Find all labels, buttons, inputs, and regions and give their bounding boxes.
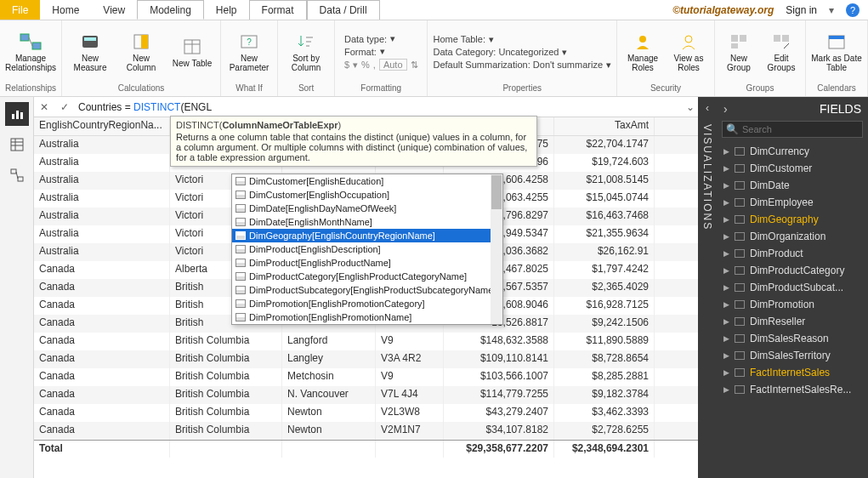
field-item[interactable]: ▶FactInternetSalesRe... [717,381,868,398]
group-security: Manage Roles View as Roles Security [617,20,715,96]
intellisense-item[interactable]: DimCustomer[EnglishEducation] [232,174,502,188]
cancel-formula-icon[interactable]: ✕ [37,101,51,113]
formula-input[interactable]: Countries = DISTINCT(ENGL [78,101,679,113]
expand-icon: ▶ [723,181,729,190]
field-item[interactable]: ▶FactInternetSales [717,364,868,381]
table-cell: $21,355.9634 [554,225,655,243]
intellisense-list[interactable]: DimCustomer[EnglishEducation]DimCustomer… [231,174,503,325]
field-item[interactable]: ▶DimEmployee [717,194,868,211]
sort-by-column-button[interactable]: Sort by Column [283,31,329,72]
sort-icon [294,31,318,52]
percent-button[interactable]: % [361,60,370,70]
formula-expand-icon[interactable]: ⌄ [686,101,695,113]
expand-icon: ▶ [723,300,729,309]
tab-data-drill[interactable]: Data / Drill [307,0,380,20]
group-groups: New Group Edit Groups Groups [715,20,806,96]
table-row[interactable]: CanadaBritish ColumbiaN. VancouverV7L 4J… [34,386,698,404]
new-column-button[interactable]: New Column [118,31,164,72]
new-measure-button[interactable]: New Measure [67,31,113,72]
tab-modeling[interactable]: Modeling [137,0,204,20]
file-menu[interactable]: File [0,0,40,20]
svg-rect-0 [20,34,29,41]
table-row[interactable]: CanadaBritish ColumbiaNewtonV2L3W8$43,27… [34,404,698,422]
intellisense-item[interactable]: DimProduct[EnglishProductName] [232,256,502,270]
intellisense-item[interactable]: DimProductSubcategory[EnglishProductSubc… [232,283,502,297]
table-cell: $2,365.4029 [554,279,655,297]
table-row[interactable]: CanadaBritish ColumbiaNewtonV2M1N7$34,10… [34,422,698,440]
dropdown-icon[interactable]: ▾ [489,34,494,45]
comma-button[interactable]: , [373,60,376,70]
fields-search[interactable]: 🔍 [722,121,863,138]
manage-roles-button[interactable]: Manage Roles [622,31,663,72]
field-label: DimGeography [750,213,819,225]
field-item[interactable]: ▶DimProductSubcat... [717,279,868,296]
intellisense-item[interactable]: DimProductCategory[EnglishProductCategor… [232,270,502,283]
field-item[interactable]: ▶DimOrganization [717,228,868,245]
collapse-fields-icon[interactable]: › [723,102,728,116]
table-cell: V9 [376,368,444,386]
help-icon[interactable]: ? [846,3,859,17]
field-item[interactable]: ▶DimCustomer [717,160,868,177]
decimals-input[interactable]: Auto [379,59,407,71]
sign-in-link[interactable]: Sign in [786,4,817,16]
field-item[interactable]: ▶DimCurrency [717,143,868,160]
intellisense-item[interactable]: DimProduct[EnglishDescription] [232,242,502,256]
view-as-roles-button[interactable]: View as Roles [668,31,709,72]
scrollbar-thumb[interactable] [491,175,502,209]
table-cell: Australia [34,190,170,208]
intellisense-item[interactable]: DimGeography[EnglishCountryRegionName] [232,229,502,242]
new-table-button[interactable]: New Table [169,37,215,68]
tab-home[interactable]: Home [40,0,91,20]
field-item[interactable]: ▶DimReseller [717,313,868,330]
table-icon [735,368,745,377]
scrollbar[interactable] [491,174,502,324]
table-row[interactable]: CanadaBritish ColumbiaMetchosinV9$103,56… [34,368,698,386]
table-row[interactable]: CanadaBritish ColumbiaLangleyV3A 4R2$109… [34,350,698,368]
data-view-button[interactable] [5,133,29,156]
currency-button[interactable]: $ [344,60,349,70]
report-view-button[interactable] [5,102,29,126]
intellisense-item[interactable]: DimDate[EnglishDayNameOfWeek] [232,202,502,215]
dropdown-icon[interactable]: ▾ [380,46,385,57]
intellisense-item[interactable]: DimDate[EnglishMonthName] [232,215,502,229]
edit-groups-button[interactable]: Edit Groups [763,31,800,72]
dropdown-icon[interactable]: ▾ [829,4,834,16]
col-header[interactable]: TaxAmt [554,117,655,135]
dropdown-icon[interactable]: ▾ [562,47,567,58]
tab-help[interactable]: Help [204,0,249,20]
intellisense-item[interactable]: DimPromotion[EnglishPromotionName] [232,310,502,324]
col-header[interactable]: EnglishCountryRegionNa... [34,117,170,135]
column-icon [235,245,246,253]
svg-rect-31 [11,169,16,174]
tab-view[interactable]: View [91,0,137,20]
field-item[interactable]: ▶DimSalesTerritory [717,347,868,364]
commit-formula-icon[interactable]: ✓ [58,101,71,113]
search-input[interactable] [742,124,859,134]
group-formatting: Data type:▾ Format:▾ $▾ % , Auto ⇅ Forma… [335,20,428,96]
table-row[interactable]: CanadaBritish ColumbiaLangfordV9$148,632… [34,333,698,350]
dropdown-icon[interactable]: ▾ [390,33,395,44]
mark-date-table-button[interactable]: Mark as Date Table [811,31,862,72]
field-item[interactable]: ▶DimDate [717,177,868,194]
field-item[interactable]: ▶DimPromotion [717,296,868,313]
expand-viz-icon[interactable]: ‹ [706,97,709,119]
manage-relationships-button[interactable]: Manage Relationships [8,31,54,72]
model-view-button[interactable] [5,163,29,187]
expand-icon: ▶ [723,215,729,224]
expand-icon: ▶ [723,147,729,156]
column-icon [235,299,246,308]
table-cell: Australia [34,243,170,261]
field-item[interactable]: ▶DimSalesReason [717,330,868,347]
tab-format[interactable]: Format [249,0,307,20]
field-item[interactable]: ▶DimGeography [717,211,868,228]
field-item[interactable]: ▶DimProduct [717,245,868,262]
dropdown-icon[interactable]: ▾ [606,60,611,71]
field-item[interactable]: ▶DimProductCategory [717,262,868,279]
svg-line-33 [16,172,18,179]
new-group-button[interactable]: New Group [720,31,757,72]
new-parameter-button[interactable]: ? New Parameter [226,31,272,72]
visualizations-pane[interactable]: ‹ VISUALIZATIONS [698,97,717,478]
intellisense-item[interactable]: DimCustomer[EnglishOccupation] [232,188,502,202]
svg-rect-32 [18,177,23,181]
intellisense-item[interactable]: DimPromotion[EnglishPromotionCategory] [232,297,502,310]
